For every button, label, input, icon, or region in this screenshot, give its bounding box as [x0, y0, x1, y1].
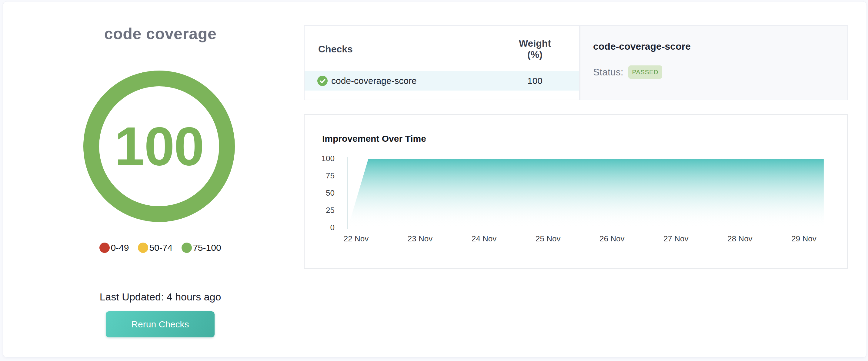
- legend-label: 50-74: [149, 242, 173, 253]
- y-tick-label: 50: [326, 188, 335, 197]
- legend-dot-red: [99, 242, 110, 253]
- x-tick-label: 26 Nov: [599, 234, 624, 243]
- x-tick-label: 29 Nov: [791, 234, 816, 243]
- chart-title: Improvement Over Time: [322, 134, 426, 144]
- check-detail-card: code-coverage-score Status: PASSED: [580, 25, 848, 100]
- check-detail-title: code-coverage-score: [593, 41, 847, 52]
- page-title: code coverage: [6, 25, 315, 43]
- checks-table-card: Checks Weight (%) code-coverage-score 10…: [304, 25, 580, 100]
- y-tick-label: 100: [321, 154, 335, 163]
- score-gauge: 100: [83, 71, 235, 222]
- column-header-weight: Weight (%): [511, 38, 559, 60]
- dashboard-card: code coverage 100 0-49 50-74 75-100 Last…: [3, 1, 867, 358]
- x-tick-label: 22 Nov: [344, 234, 369, 243]
- check-weight-value: 100: [511, 76, 559, 86]
- x-tick-label: 23 Nov: [408, 234, 433, 243]
- column-header-checks: Checks: [318, 44, 353, 55]
- y-tick-label: 25: [326, 206, 335, 215]
- table-row[interactable]: code-coverage-score 100: [305, 71, 579, 91]
- x-tick-label: 27 Nov: [663, 234, 688, 243]
- score-area-series: [348, 159, 824, 228]
- rerun-checks-button[interactable]: Rerun Checks: [106, 311, 215, 337]
- x-tick-label: 25 Nov: [535, 234, 560, 243]
- check-circle-icon: [317, 76, 328, 86]
- improvement-chart-card: 025507510022 Nov23 Nov24 Nov25 Nov26 Nov…: [304, 114, 848, 269]
- score-legend: 0-49 50-74 75-100: [6, 242, 315, 253]
- status-badge: PASSED: [628, 65, 662, 79]
- legend-dot-green: [182, 242, 192, 253]
- legend-item-low: 0-49: [99, 242, 129, 253]
- x-tick-label: 28 Nov: [727, 234, 752, 243]
- check-name: code-coverage-score: [331, 76, 417, 86]
- legend-item-high: 75-100: [182, 242, 221, 253]
- last-updated-text: Last Updated: 4 hours ago: [6, 291, 315, 303]
- y-tick-label: 75: [326, 171, 335, 180]
- legend-item-mid: 50-74: [138, 242, 173, 253]
- status-row: Status: PASSED: [593, 65, 847, 79]
- status-label: Status:: [593, 67, 623, 78]
- score-gauge-value: 100: [115, 119, 204, 173]
- y-tick-label: 0: [330, 223, 335, 232]
- legend-label: 75-100: [193, 242, 221, 253]
- x-tick-label: 24 Nov: [472, 234, 496, 243]
- check-name-cell: code-coverage-score: [317, 76, 417, 86]
- checks-table-header: Checks Weight (%): [318, 38, 559, 60]
- legend-label: 0-49: [111, 242, 129, 253]
- legend-dot-yellow: [138, 242, 148, 253]
